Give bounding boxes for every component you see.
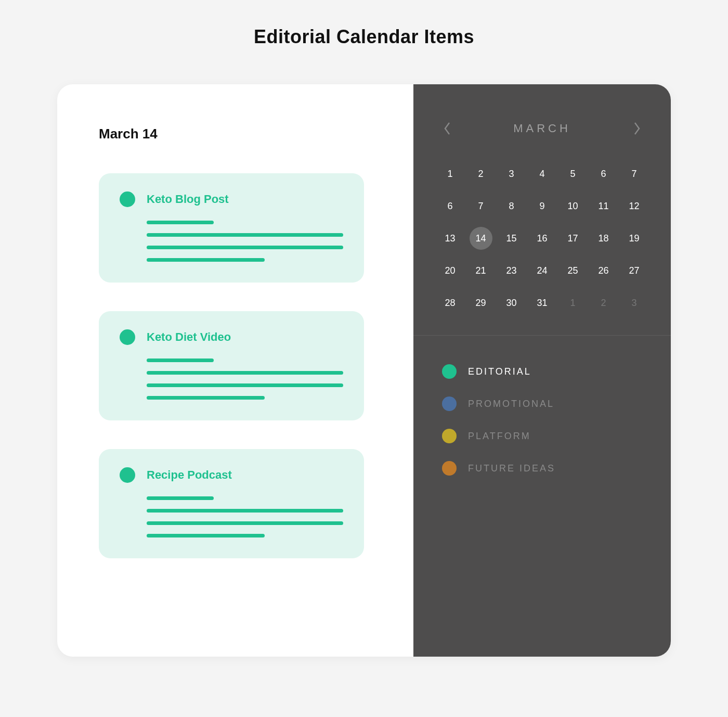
items-panel: March 14 Keto Blog PostKeto Diet VideoRe…: [57, 84, 413, 657]
item-body-placeholder: [120, 358, 343, 400]
calendar-day[interactable]: 2: [470, 162, 492, 185]
calendar-day[interactable]: 2: [592, 291, 615, 314]
calendar-day[interactable]: 20: [439, 259, 462, 282]
legend-item[interactable]: FUTURE IDEAS: [442, 461, 642, 476]
calendar-day[interactable]: 5: [562, 162, 584, 185]
legend-dot-icon: [442, 429, 457, 443]
calendar-day[interactable]: 9: [531, 195, 554, 217]
calendar-day[interactable]: 21: [470, 259, 492, 282]
item-title: Keto Blog Post: [147, 193, 229, 206]
legend-item[interactable]: PLATFORM: [442, 429, 642, 443]
text-line-placeholder: [147, 233, 343, 237]
calendar-day[interactable]: 12: [623, 195, 646, 217]
calendar-day[interactable]: 4: [531, 162, 554, 185]
text-line-placeholder: [147, 496, 214, 500]
calendar-day[interactable]: 24: [531, 259, 554, 282]
category-dot-icon: [120, 191, 135, 207]
date-heading: March 14: [99, 126, 387, 142]
calendar-day[interactable]: 28: [439, 291, 462, 314]
category-dot-icon: [120, 329, 135, 345]
legend-label: FUTURE IDEAS: [468, 463, 555, 474]
item-title: Keto Diet Video: [147, 330, 231, 344]
text-line-placeholder: [147, 358, 214, 362]
editorial-calendar-card: March 14 Keto Blog PostKeto Diet VideoRe…: [57, 84, 671, 657]
calendar-day[interactable]: 6: [592, 162, 615, 185]
calendar-day[interactable]: 30: [500, 291, 523, 314]
text-line-placeholder: [147, 509, 343, 513]
page-title: Editorial Calendar Items: [0, 26, 728, 48]
legend-dot-icon: [442, 461, 457, 476]
calendar-day[interactable]: 17: [562, 227, 584, 250]
calendar-day[interactable]: 27: [623, 259, 646, 282]
calendar-day[interactable]: 23: [500, 259, 523, 282]
text-line-placeholder: [147, 521, 343, 525]
calendar-day[interactable]: 25: [562, 259, 584, 282]
calendar-day[interactable]: 15: [500, 227, 523, 250]
calendar-header: MARCH: [437, 121, 647, 136]
calendar-section: MARCH 1234567678910111213141516171819202…: [413, 84, 671, 336]
calendar-day[interactable]: 7: [623, 162, 646, 185]
calendar-day[interactable]: 19: [623, 227, 646, 250]
calendar-day[interactable]: 11: [592, 195, 615, 217]
text-line-placeholder: [147, 258, 265, 262]
calendar-day[interactable]: 8: [500, 195, 523, 217]
legend-label: PROMOTIONAL: [468, 399, 554, 409]
text-line-placeholder: [147, 383, 343, 387]
calendar-panel: MARCH 1234567678910111213141516171819202…: [413, 84, 671, 657]
chevron-left-icon[interactable]: [439, 121, 455, 136]
chevron-right-icon[interactable]: [629, 121, 645, 136]
item-body-placeholder: [120, 496, 343, 537]
items-list: Keto Blog PostKeto Diet VideoRecipe Podc…: [99, 173, 387, 558]
calendar-day[interactable]: 29: [470, 291, 492, 314]
calendar-day[interactable]: 26: [592, 259, 615, 282]
legend-label: EDITORIAL: [468, 366, 531, 377]
item-card[interactable]: Keto Blog Post: [99, 173, 364, 283]
calendar-day[interactable]: 14: [470, 227, 492, 250]
text-line-placeholder: [147, 371, 343, 375]
calendar-day[interactable]: 10: [562, 195, 584, 217]
item-body-placeholder: [120, 221, 343, 262]
calendar-day[interactable]: 13: [439, 227, 462, 250]
calendar-day[interactable]: 31: [531, 291, 554, 314]
text-line-placeholder: [147, 534, 265, 537]
legend-label: PLATFORM: [468, 431, 531, 442]
item-header: Keto Diet Video: [120, 329, 343, 345]
item-header: Keto Blog Post: [120, 191, 343, 207]
legend-dot-icon: [442, 396, 457, 411]
calendar-day[interactable]: 18: [592, 227, 615, 250]
legend-section: EDITORIALPROMOTIONALPLATFORMFUTURE IDEAS: [413, 336, 671, 522]
legend-item[interactable]: EDITORIAL: [442, 364, 642, 379]
category-dot-icon: [120, 467, 135, 483]
text-line-placeholder: [147, 246, 343, 249]
month-label: MARCH: [513, 122, 571, 135]
calendar-day[interactable]: 1: [439, 162, 462, 185]
item-card[interactable]: Keto Diet Video: [99, 311, 364, 420]
calendar-day[interactable]: 16: [531, 227, 554, 250]
calendar-day[interactable]: 3: [623, 291, 646, 314]
calendar-day[interactable]: 1: [562, 291, 584, 314]
legend-item[interactable]: PROMOTIONAL: [442, 396, 642, 411]
legend-dot-icon: [442, 364, 457, 379]
calendar-day[interactable]: 7: [470, 195, 492, 217]
calendar-day[interactable]: 3: [500, 162, 523, 185]
text-line-placeholder: [147, 396, 265, 400]
calendar-grid: 1234567678910111213141516171819202123242…: [437, 162, 647, 314]
calendar-day[interactable]: 6: [439, 195, 462, 217]
item-title: Recipe Podcast: [147, 468, 232, 482]
text-line-placeholder: [147, 221, 214, 224]
item-card[interactable]: Recipe Podcast: [99, 449, 364, 558]
item-header: Recipe Podcast: [120, 467, 343, 483]
